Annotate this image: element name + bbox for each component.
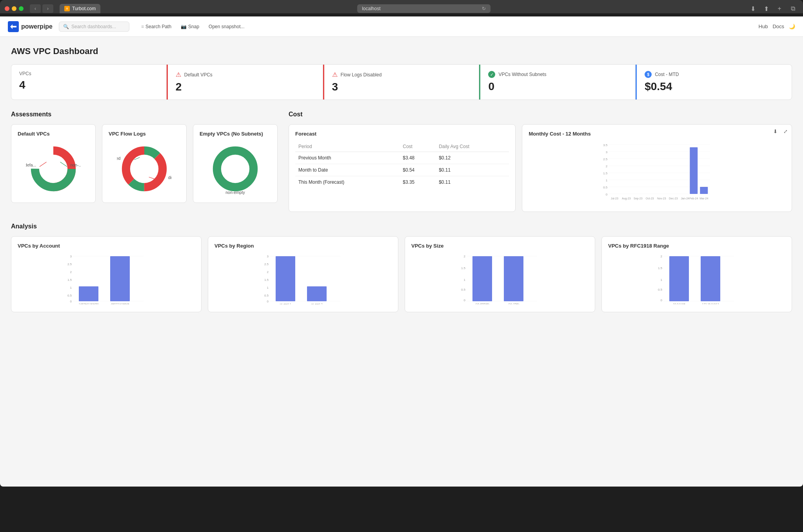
svg-text:10.0.0.0/8: 10.0.0.0/8 (673, 303, 685, 304)
svg-text:Feb-24: Feb-24 (690, 197, 698, 200)
kpi-cost-header: $ Cost - MTD (645, 71, 784, 78)
svg-text:2.5: 2.5 (603, 157, 608, 161)
svg-rect-73 (307, 286, 327, 301)
svg-text:Jul-23: Jul-23 (611, 197, 618, 200)
svg-text:0: 0 (267, 300, 269, 303)
expand-icon[interactable]: ⤢ (783, 128, 788, 134)
vpcs-by-rfc1918-svg: 2 1.5 1 0.5 0 10.0.0.0/8 172.16.0.0/12 (608, 253, 785, 304)
assessments-section: Assessments Default VPCs defa... (11, 111, 278, 212)
browser-tabs-icon[interactable]: ⧉ (787, 4, 798, 13)
default-vpcs-chart-title: Default VPCs (18, 131, 89, 137)
traffic-light-green[interactable] (19, 6, 24, 11)
cost-content: Forecast Period Cost Daily Avg Cost (289, 124, 792, 212)
svg-text:0: 0 (606, 193, 608, 196)
daily-0: $0.12 (436, 152, 509, 164)
kpi-no-subnets-icon: ✓ (488, 71, 495, 78)
open-snapshot-button[interactable]: Open snapshot... (205, 22, 248, 31)
table-row: This Month (Forecast) $3.35 $0.11 (295, 176, 509, 188)
vpcs-by-rfc1918-card: VPCs by RFC1918 Range 2 1.5 1 0.5 0 10.0… (601, 236, 792, 312)
svg-rect-39 (690, 147, 698, 194)
kpi-flow-logs-icon: ⚠ (332, 71, 338, 78)
forecast-col-period: Period (295, 141, 400, 152)
svg-text:3: 3 (70, 255, 72, 258)
kpi-default-vpcs-label: Default VPCs (184, 72, 213, 78)
svg-text:us-east-2: us-east-2 (311, 303, 322, 304)
tab-favicon: T (64, 6, 70, 11)
period-1: Month to Date (295, 164, 400, 176)
table-row: Month to Date $0.54 $0.11 (295, 164, 509, 176)
svg-text:Oct-23: Oct-23 (646, 197, 654, 200)
search-input[interactable]: 🔍 Search dashboards... (59, 22, 129, 32)
svg-text:1: 1 (70, 286, 72, 290)
traffic-light-yellow[interactable] (12, 6, 16, 11)
vpcs-by-size-title: VPCs by Size (411, 243, 589, 249)
svg-text:Mar-24: Mar-24 (700, 197, 709, 200)
svg-text:2: 2 (70, 270, 72, 274)
monthly-chart-title: Monthly Cost - 12 Months (529, 131, 785, 137)
address-bar[interactable]: localhost ↻ (357, 4, 491, 13)
svg-text:1: 1 (464, 278, 466, 282)
vpcs-by-rfc1918-title: VPCs by RFC1918 Range (608, 243, 785, 249)
svg-text:0.5: 0.5 (264, 294, 269, 297)
cost-section: Cost Forecast Period Cost Daily Avg Cost (289, 111, 792, 212)
browser-add-tab-icon[interactable]: + (774, 4, 785, 13)
svg-text:1: 1 (661, 278, 663, 282)
kpi-flow-logs-value: 3 (332, 81, 471, 93)
svg-text:172.16.0.0/12: 172.16.0.0/12 (702, 303, 719, 304)
main-content: AWS VPC Dashboard VPCs 4 ⚠ Default VPCs … (0, 37, 803, 322)
vpcs-by-size-svg: 2 1.5 1 0.5 0 /16 (65536) /24 (256) (411, 253, 589, 304)
flow-logs-chart: VPC Flow Logs enabled disabled (102, 124, 187, 203)
kpi-vpcs-value: 4 (19, 79, 158, 91)
top-nav: powerpipe 🔍 Search dashboards... ≡ Searc… (0, 16, 803, 37)
forward-button[interactable]: › (42, 4, 53, 13)
svg-text:1.5: 1.5 (603, 172, 608, 175)
search-path-button[interactable]: ≡ Search Path (137, 22, 175, 31)
hub-link[interactable]: Hub (759, 24, 768, 29)
svg-text:1.5: 1.5 (264, 278, 269, 282)
kpi-row: VPCs 4 ⚠ Default VPCs 2 ⚠ Flow Logs Disa… (11, 64, 792, 100)
kpi-default-vpcs-icon: ⚠ (176, 71, 181, 78)
theme-toggle[interactable]: 🌙 (789, 24, 795, 29)
snap-button[interactable]: 📷 Snap (177, 22, 203, 31)
kpi-vpcs: VPCs 4 (11, 65, 167, 100)
table-row: Previous Month $3.48 $0.12 (295, 152, 509, 164)
svg-text:480721418648: 480721418648 (111, 303, 129, 304)
empty-vpcs-chart-title: Empty VPCs (No Subnets) (200, 131, 271, 137)
forecast-col-daily: Daily Avg Cost (436, 141, 509, 152)
vpcs-by-region-svg: 3 2.5 2 1.5 1 0.5 0 us-east-1 us-east-2 (214, 253, 392, 304)
svg-rect-40 (700, 187, 708, 194)
docs-link[interactable]: Docs (772, 24, 784, 29)
kpi-default-vpcs: ⚠ Default VPCs 2 (167, 65, 323, 100)
download-icon[interactable]: ⬇ (773, 128, 778, 134)
svg-text:1.5: 1.5 (658, 266, 663, 270)
svg-text:0.5: 0.5 (603, 186, 608, 189)
kpi-flow-logs-header: ⚠ Flow Logs Disabled (332, 71, 471, 78)
back-button[interactable]: ‹ (30, 4, 41, 13)
svg-line-4 (40, 162, 47, 167)
refresh-icon[interactable]: ↻ (482, 6, 486, 11)
svg-text:2: 2 (464, 255, 466, 258)
traffic-light-red[interactable] (5, 6, 9, 11)
logo-icon (8, 21, 19, 32)
nav-actions: ≡ Search Path 📷 Snap Open snapshot... (137, 22, 249, 31)
browser-download-icon[interactable]: ⬇ (747, 4, 758, 13)
app-window: powerpipe 🔍 Search dashboards... ≡ Searc… (0, 16, 803, 487)
url-text: localhost (362, 6, 380, 11)
forecast-table: Period Cost Daily Avg Cost Previous Mont… (295, 141, 509, 188)
logo-text: powerpipe (21, 23, 53, 30)
svg-text:1: 1 (606, 179, 608, 182)
page-title: AWS VPC Dashboard (11, 46, 792, 56)
browser-share-icon[interactable]: ⬆ (761, 4, 772, 13)
svg-rect-59 (79, 286, 98, 301)
kpi-no-subnets-value: 0 (488, 80, 627, 93)
svg-text:3: 3 (267, 255, 269, 258)
kpi-cost-icon: $ (645, 71, 652, 78)
svg-text:2: 2 (661, 255, 663, 258)
vpcs-by-region-title: VPCs by Region (214, 243, 392, 249)
svg-text:us-east-1: us-east-1 (280, 303, 291, 304)
vpcs-by-size-card: VPCs by Size 2 1.5 1 0.5 0 /16 (65536) /… (405, 236, 595, 312)
flow-logs-donut: enabled disabled (109, 141, 180, 196)
browser-tab[interactable]: T Turbot.com (60, 4, 100, 13)
svg-text:disabled: disabled (168, 175, 172, 180)
kpi-default-vpcs-header: ⚠ Default VPCs (176, 71, 315, 78)
